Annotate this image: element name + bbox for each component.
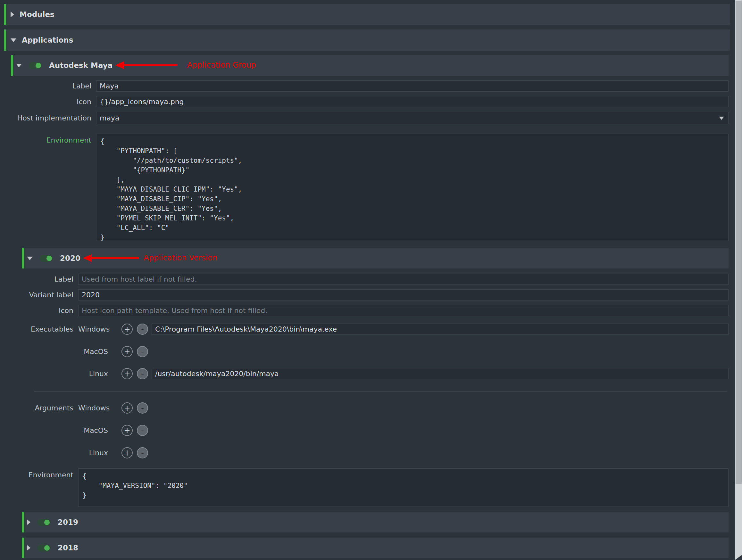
settings-content: Modules Applications Autodesk Maya Appli… (4, 4, 730, 560)
modified-accent-bar (22, 512, 24, 533)
version-header-2020[interactable]: 2020 Application Version (22, 248, 729, 269)
red-arrow-left-icon (115, 61, 124, 69)
annotation-text: Application Group (187, 61, 256, 69)
field-row-host-implementation: Host implementation maya (11, 112, 729, 124)
platform-label-windows: Windows (78, 325, 108, 333)
scrollbar-corner (735, 555, 742, 560)
field-label: Icon (11, 98, 96, 106)
version-2019-enabled-toggle[interactable] (38, 519, 50, 526)
field-row-environment: Environment { "MAYA_VERSION": "2020" } (22, 468, 729, 507)
version-icon-input[interactable] (78, 305, 729, 316)
add-item-button[interactable]: + (121, 402, 133, 413)
modified-accent-bar (11, 55, 13, 76)
field-label: Host implementation (11, 114, 96, 122)
toggle-knob (36, 63, 41, 68)
section-title-applications: Applications (22, 36, 73, 44)
caret-right-icon (27, 545, 31, 551)
field-label: Icon (22, 306, 78, 315)
version-2018-enabled-toggle[interactable] (38, 545, 50, 551)
field-label: Label (22, 275, 78, 283)
caret-right-icon (27, 519, 31, 525)
field-label: Variant label (22, 291, 78, 299)
toggle-knob (44, 520, 50, 525)
version-title: 2019 (58, 518, 78, 526)
section-divider (34, 391, 727, 391)
maya-enabled-toggle[interactable] (29, 62, 42, 69)
executables-windows-row: Executables Windows + - (22, 324, 729, 335)
version-2020-content: Label Variant label Icon Executables Win… (22, 274, 729, 507)
add-item-button[interactable]: + (121, 346, 133, 357)
remove-item-button[interactable]: - (137, 447, 148, 458)
version-title: 2018 (58, 544, 78, 552)
version-header-2018[interactable]: 2018 (22, 538, 729, 558)
toggle-knob (47, 256, 52, 261)
field-label: Label (11, 82, 96, 90)
red-arrow-line (124, 64, 177, 66)
platform-label-linux: Linux (78, 449, 108, 457)
vertical-scrollbar[interactable] (735, 0, 742, 560)
section-header-applications[interactable]: Applications (4, 30, 730, 51)
field-row-label: Label (22, 274, 729, 285)
dropdown-caret-icon (719, 117, 724, 120)
group-title: Autodesk Maya (49, 61, 112, 69)
icon-input[interactable] (96, 96, 729, 107)
caret-down-icon (27, 257, 33, 260)
remove-item-button[interactable]: - (137, 402, 148, 413)
field-row-icon: Icon (22, 305, 729, 316)
linux-executable-input[interactable] (152, 368, 729, 379)
platform-label-macos: MacOS (78, 348, 108, 355)
remove-item-button[interactable]: - (137, 368, 148, 379)
modified-accent-bar (22, 248, 24, 269)
field-row-icon: Icon (11, 96, 729, 107)
toggle-knob (44, 545, 50, 551)
field-label-environment: Environment (11, 133, 96, 144)
field-label-environment: Environment (22, 468, 78, 479)
field-row-environment: Environment { "PYTHONPATH": [ "//path/to… (11, 133, 729, 241)
executables-macos-row: MacOS + - (22, 346, 729, 357)
applications-group-content: Autodesk Maya Application Group Label Ic… (11, 55, 729, 558)
caret-down-icon (11, 39, 16, 42)
red-arrow-line (92, 257, 139, 259)
arguments-label: Arguments (22, 404, 78, 412)
red-arrow-left-icon (83, 254, 92, 262)
platform-label-macos: MacOS (78, 427, 108, 434)
environment-json-editor[interactable]: { "MAYA_VERSION": "2020" } (78, 468, 729, 507)
annotation-application-group: Application Group (115, 61, 256, 69)
field-row-label: Label (11, 80, 729, 92)
section-header-modules[interactable]: Modules (4, 4, 730, 25)
remove-item-button[interactable]: - (137, 425, 148, 436)
add-item-button[interactable]: + (121, 368, 133, 379)
add-item-button[interactable]: + (121, 425, 133, 436)
remove-item-button[interactable]: - (137, 346, 148, 357)
host-implementation-select[interactable]: maya (96, 112, 729, 124)
executables-linux-row: Linux + - (22, 368, 729, 379)
windows-executable-input[interactable] (152, 324, 729, 335)
version-2020-enabled-toggle[interactable] (40, 255, 53, 262)
caret-right-icon (11, 11, 14, 17)
modified-accent-bar (4, 4, 6, 25)
label-input[interactable] (96, 80, 729, 92)
remove-item-button[interactable]: - (137, 324, 148, 335)
group-header-autodesk-maya[interactable]: Autodesk Maya Application Group (11, 55, 729, 76)
annotation-text: Application Version (144, 254, 217, 262)
modified-accent-bar (4, 30, 6, 51)
add-item-button[interactable]: + (121, 447, 133, 458)
settings-page: Modules Applications Autodesk Maya Appli… (0, 0, 742, 560)
platform-label-linux: Linux (78, 370, 108, 378)
scrollbar-thumb[interactable] (736, 1, 742, 484)
arguments-windows-row: Arguments Windows + - (22, 402, 729, 413)
add-item-button[interactable]: + (121, 324, 133, 335)
version-title: 2020 (60, 254, 81, 262)
version-label-input[interactable] (78, 274, 729, 285)
arguments-linux-row: Linux + - (22, 447, 729, 458)
version-header-2019[interactable]: 2019 (22, 512, 729, 533)
variant-label-input[interactable] (78, 289, 729, 300)
caret-down-icon (16, 64, 22, 67)
environment-json-editor[interactable]: { "PYTHONPATH": [ "//path/to/custom/scri… (96, 133, 729, 241)
executables-label: Executables (22, 325, 78, 333)
section-title-modules: Modules (19, 10, 54, 18)
arguments-macos-row: MacOS + - (22, 425, 729, 436)
field-row-variant-label: Variant label (22, 289, 729, 300)
platform-label-windows: Windows (78, 404, 108, 412)
modified-accent-bar (22, 538, 24, 558)
